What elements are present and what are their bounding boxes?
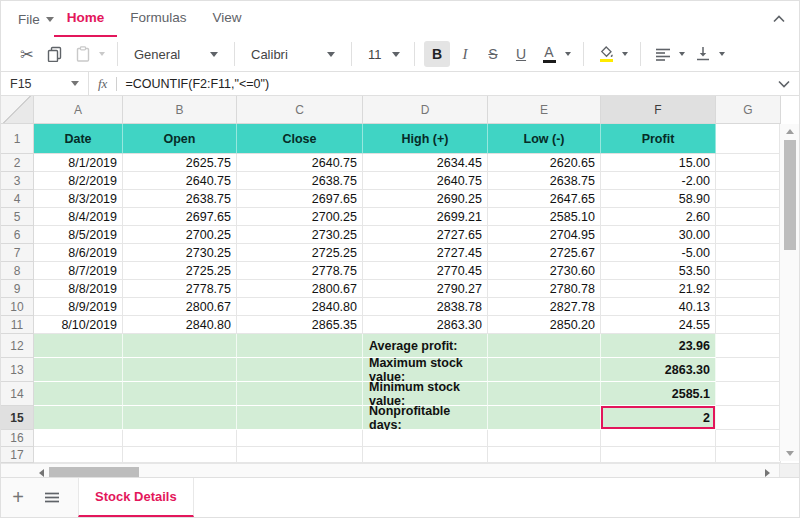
copy-button[interactable]	[42, 41, 68, 67]
column-header-C[interactable]: C	[237, 96, 363, 124]
cell[interactable]	[716, 262, 781, 280]
summary-label-cell[interactable]: Minimum stock value:	[363, 382, 488, 406]
row-header-1[interactable]: 1	[1, 124, 34, 154]
cell[interactable]	[716, 358, 781, 382]
column-header-F[interactable]: F	[601, 96, 716, 124]
row-header-7[interactable]: 7	[1, 244, 34, 262]
row-header-2[interactable]: 2	[1, 154, 34, 172]
cell[interactable]: 2697.65	[237, 190, 363, 208]
cell[interactable]: 2727.45	[363, 244, 488, 262]
cell[interactable]	[237, 406, 363, 430]
bold-button[interactable]: B	[424, 41, 450, 67]
cell[interactable]	[363, 447, 488, 463]
cell[interactable]: 40.13	[601, 298, 716, 316]
summary-value-cell[interactable]: 23.96	[601, 334, 716, 358]
cell[interactable]	[716, 430, 781, 447]
cell[interactable]: 58.90	[601, 190, 716, 208]
cell[interactable]: 2620.65	[488, 154, 601, 172]
font-size-dropdown[interactable]: 11	[360, 41, 406, 67]
cell[interactable]: 2730.60	[488, 262, 601, 280]
cell[interactable]: 2625.75	[123, 154, 237, 172]
cell[interactable]: 2725.25	[237, 244, 363, 262]
row-header-4[interactable]: 4	[1, 190, 34, 208]
cell[interactable]: 15.00	[601, 154, 716, 172]
cell-header-profit[interactable]: Profit	[601, 124, 716, 154]
cell[interactable]: 2700.25	[237, 208, 363, 226]
cell[interactable]: 2778.75	[237, 262, 363, 280]
fill-color-dropdown-caret[interactable]	[622, 52, 628, 56]
cell[interactable]	[716, 226, 781, 244]
cell[interactable]: 2730.25	[237, 226, 363, 244]
cell[interactable]	[123, 334, 237, 358]
cell[interactable]: 2800.67	[123, 298, 237, 316]
row-header-13[interactable]: 13	[1, 358, 34, 382]
cell-header-close[interactable]: Close	[237, 124, 363, 154]
cell[interactable]	[488, 358, 601, 382]
horizontal-align-dropdown-caret[interactable]	[679, 52, 685, 56]
cell[interactable]: 2647.65	[488, 190, 601, 208]
scroll-right-arrow-icon[interactable]	[765, 469, 770, 477]
number-format-dropdown[interactable]: General	[126, 41, 226, 67]
cell[interactable]: 21.92	[601, 280, 716, 298]
sheet-tab-stock-details[interactable]: Stock Details	[78, 478, 194, 517]
row-header-16[interactable]: 16	[1, 430, 34, 447]
font-color-button[interactable]: A	[536, 41, 562, 67]
italic-button[interactable]: I	[452, 41, 478, 67]
cell[interactable]: 2640.75	[363, 172, 488, 190]
cell[interactable]: 2800.67	[237, 280, 363, 298]
tab-formulas[interactable]: Formulas	[117, 1, 199, 37]
cell[interactable]	[716, 190, 781, 208]
cell[interactable]	[123, 358, 237, 382]
scroll-down-arrow-icon[interactable]	[786, 451, 794, 456]
cell[interactable]: 2638.75	[488, 172, 601, 190]
collapse-ribbon-button[interactable]	[769, 9, 789, 29]
cell[interactable]: 2790.27	[363, 280, 488, 298]
cell[interactable]: 30.00	[601, 226, 716, 244]
cell[interactable]	[716, 334, 781, 358]
column-header-D[interactable]: D	[363, 96, 488, 124]
cell[interactable]: 2863.30	[363, 316, 488, 334]
cell[interactable]	[237, 447, 363, 463]
tab-view[interactable]: View	[200, 1, 255, 37]
cell[interactable]	[34, 406, 123, 430]
horizontal-scrollbar-thumb[interactable]	[49, 467, 139, 477]
cell[interactable]: 8/10/2019	[34, 316, 123, 334]
row-header-8[interactable]: 8	[1, 262, 34, 280]
cell[interactable]: 2638.75	[237, 172, 363, 190]
row-header-11[interactable]: 11	[1, 316, 34, 334]
row-header-14[interactable]: 14	[1, 382, 34, 406]
cell[interactable]: 2725.25	[123, 262, 237, 280]
summary-value-cell[interactable]: 2585.1	[601, 382, 716, 406]
cell[interactable]	[716, 154, 781, 172]
cell[interactable]: 8/7/2019	[34, 262, 123, 280]
row-header-3[interactable]: 3	[1, 172, 34, 190]
summary-label-cell[interactable]: Average profit:	[363, 334, 488, 358]
cell[interactable]	[488, 406, 601, 430]
cell[interactable]: 8/3/2019	[34, 190, 123, 208]
select-all-corner[interactable]	[1, 96, 34, 124]
summary-label-cell[interactable]: Maximum stock value:	[363, 358, 488, 382]
cell[interactable]: -5.00	[601, 244, 716, 262]
cell[interactable]: 2.60	[601, 208, 716, 226]
cell[interactable]: 24.55	[601, 316, 716, 334]
row-header-12[interactable]: 12	[1, 334, 34, 358]
cell[interactable]: 2640.75	[123, 172, 237, 190]
vertical-align-button[interactable]	[690, 41, 716, 67]
cell[interactable]: 8/5/2019	[34, 226, 123, 244]
summary-value-cell[interactable]: 2863.30	[601, 358, 716, 382]
vertical-scrollbar[interactable]	[779, 124, 799, 461]
cell[interactable]: 2827.78	[488, 298, 601, 316]
cell-header-open[interactable]: Open	[123, 124, 237, 154]
cell[interactable]: 8/9/2019	[34, 298, 123, 316]
scroll-left-arrow-icon[interactable]	[39, 469, 44, 477]
row-header-15[interactable]: 15	[1, 406, 34, 430]
cell[interactable]	[123, 382, 237, 406]
cell[interactable]	[601, 447, 716, 463]
cell[interactable]	[34, 447, 123, 463]
cell[interactable]	[716, 382, 781, 406]
cell[interactable]	[237, 382, 363, 406]
cell[interactable]: 8/1/2019	[34, 154, 123, 172]
column-header-B[interactable]: B	[123, 96, 237, 124]
formula-input[interactable]: =COUNTIF(F2:F11,"<=0")	[117, 77, 778, 91]
cell[interactable]: 2585.10	[488, 208, 601, 226]
